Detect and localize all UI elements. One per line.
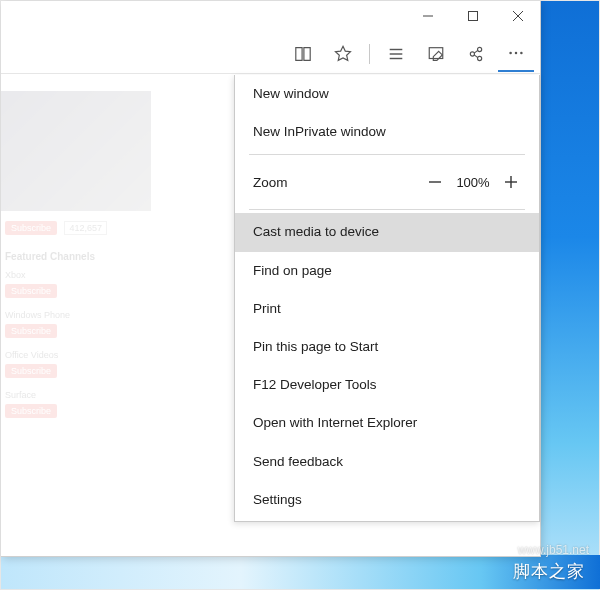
svg-point-13 [509,52,512,55]
star-icon [334,45,352,63]
watermark-text: www.jb51.net [518,543,589,557]
maximize-button[interactable] [450,1,495,31]
menu-item-cast[interactable]: Cast media to device [235,213,539,251]
menu-item-pin[interactable]: Pin this page to Start [235,328,539,366]
hub-icon [387,45,405,63]
menu-item-feedback[interactable]: Send feedback [235,443,539,481]
subscribe-button-bg: Subscribe [5,221,57,235]
svg-point-15 [520,52,523,55]
svg-point-14 [515,52,518,55]
zoom-label: Zoom [253,175,419,190]
menu-item-find[interactable]: Find on page [235,252,539,290]
subscriber-count-bg: 412,657 [64,221,107,235]
zoom-in-button[interactable] [495,166,527,198]
toolbar-divider [1,73,540,74]
channel-item: Xbox [5,270,147,280]
favorite-button[interactable] [325,36,361,72]
menu-item-zoom: Zoom 100% [235,158,539,206]
svg-point-10 [478,56,482,60]
minimize-icon [423,11,433,21]
window-controls [405,1,540,31]
reading-view-button[interactable] [285,36,321,72]
menu-item-new-window[interactable]: New window [235,75,539,113]
channel-item: Surface [5,390,147,400]
page-content-blurred: Subscribe 412,657 Featured Channels Xbox… [1,91,151,556]
share-icon [467,45,485,63]
svg-point-9 [478,47,482,51]
menu-item-open-ie[interactable]: Open with Internet Explorer [235,404,539,442]
menu-item-f12[interactable]: F12 Developer Tools [235,366,539,404]
zoom-value: 100% [451,175,495,190]
more-menu: New window New InPrivate window Zoom 100… [234,75,540,522]
menu-separator [249,209,525,210]
minimize-button[interactable] [405,1,450,31]
desktop-wallpaper-right [537,1,599,590]
web-note-button[interactable] [418,36,454,72]
share-button[interactable] [458,36,494,72]
hub-button[interactable] [378,36,414,72]
svg-line-12 [474,55,478,58]
web-note-icon [427,45,445,63]
menu-item-print[interactable]: Print [235,290,539,328]
channel-item: Windows Phone [5,310,147,320]
reading-view-icon [294,45,312,63]
svg-rect-1 [468,12,477,21]
menu-item-new-inprivate[interactable]: New InPrivate window [235,113,539,151]
more-button[interactable] [498,36,534,72]
close-button[interactable] [495,1,540,31]
zoom-out-button[interactable] [419,166,451,198]
caption-text: 脚本之家 [513,560,585,583]
minus-icon [427,174,443,190]
plus-icon [503,174,519,190]
browser-window: Subscribe 412,657 Featured Channels Xbox… [1,1,541,557]
desktop-wallpaper-bottom [1,555,600,589]
featured-channels-heading: Featured Channels [5,251,147,262]
menu-separator [249,154,525,155]
close-icon [513,11,523,21]
svg-line-11 [474,50,478,53]
browser-toolbar [285,35,540,73]
menu-item-settings[interactable]: Settings [235,481,539,519]
svg-point-8 [470,52,474,56]
channel-item: Office Videos [5,350,147,360]
more-icon [507,44,525,62]
toolbar-separator [369,44,370,64]
maximize-icon [468,11,478,21]
